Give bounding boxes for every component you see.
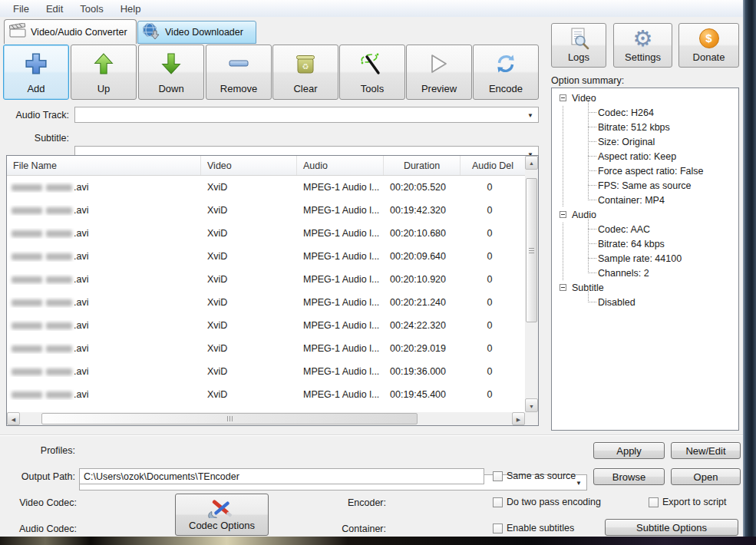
column-header-file-name[interactable]: File Name bbox=[7, 156, 201, 175]
tree-node-subtitle[interactable]: Subtitle bbox=[552, 280, 738, 295]
refresh-arrows-icon bbox=[474, 51, 538, 77]
donate-button[interactable]: $ Donate bbox=[678, 23, 739, 68]
vertical-scrollbar[interactable]: ▲ ▼ bbox=[525, 156, 538, 412]
tree-leaf[interactable]: Sample rate: 44100 bbox=[552, 251, 738, 266]
tree-collapse-icon[interactable] bbox=[560, 284, 566, 291]
cell-audio-codec: MPEG-1 Audio l... bbox=[297, 182, 384, 193]
horizontal-scroll-thumb[interactable] bbox=[41, 413, 418, 424]
menu-edit[interactable]: Edit bbox=[38, 2, 71, 16]
table-row[interactable]: .aviXviDMPEG-1 Audio l...00:20:05.5200 bbox=[7, 176, 525, 199]
audio-track-combobox[interactable]: ▼ bbox=[74, 107, 539, 123]
column-header-duration[interactable]: Duration bbox=[384, 156, 461, 175]
cell-audio-delay: 0 bbox=[461, 297, 519, 308]
tree-leaf[interactable]: Bitrate: 64 kbps bbox=[552, 236, 738, 251]
codec-options-button[interactable]: Codec Options bbox=[175, 494, 269, 536]
tree-leaf[interactable]: FPS: Same as source bbox=[552, 178, 738, 193]
column-header-video[interactable]: Video bbox=[201, 156, 297, 175]
tree-leaf[interactable]: Container: MP4 bbox=[552, 193, 738, 207]
table-row[interactable]: .aviXviDMPEG-1 Audio l...00:20:10.6800 bbox=[7, 222, 525, 245]
window-border-bottom bbox=[0, 537, 756, 545]
table-row[interactable]: .aviXviDMPEG-1 Audio l...00:20:29.0190 bbox=[7, 337, 525, 360]
output-path-input[interactable] bbox=[79, 468, 484, 484]
column-header-audio-del[interactable]: Audio Del bbox=[461, 156, 525, 175]
tree-collapse-icon[interactable] bbox=[560, 211, 566, 218]
tree-leaf[interactable]: Aspect ratio: Keep bbox=[552, 149, 738, 164]
tree-leaf[interactable]: Codec: AAC bbox=[552, 222, 738, 236]
subtitle-options-button[interactable]: Subtitle Options bbox=[605, 519, 738, 536]
tree-leaf[interactable]: Force aspect ratio: False bbox=[552, 164, 738, 178]
column-header-audio[interactable]: Audio bbox=[297, 156, 384, 175]
tree-leaf[interactable]: Channels: 2 bbox=[552, 266, 738, 280]
table-row[interactable]: .aviXviDMPEG-1 Audio l...00:20:15.0800 bbox=[7, 406, 525, 412]
checkbox-icon[interactable] bbox=[493, 497, 503, 507]
checkbox-icon[interactable] bbox=[649, 497, 659, 507]
table-row[interactable]: .aviXviDMPEG-1 Audio l...00:20:10.9200 bbox=[7, 268, 525, 291]
preview-button[interactable]: Preview bbox=[406, 45, 472, 100]
chevron-down-icon: ▼ bbox=[527, 112, 533, 119]
remove-button[interactable]: Remove bbox=[206, 45, 272, 100]
magic-wand-icon bbox=[340, 51, 404, 77]
log-search-icon bbox=[552, 26, 606, 51]
option-summary-tree[interactable]: VideoCodec: H264Bitrate: 512 kbpsSize: O… bbox=[551, 88, 739, 431]
clear-button[interactable]: ♻ Clear bbox=[272, 45, 338, 100]
plus-icon bbox=[4, 51, 68, 77]
export-to-script-checkbox[interactable]: Export to script bbox=[649, 497, 726, 507]
cell-video-codec: XviD bbox=[201, 251, 297, 262]
table-row[interactable]: .aviXviDMPEG-1 Audio l...00:19:36.0000 bbox=[7, 360, 525, 383]
settings-button[interactable]: ⚙ Settings bbox=[613, 23, 672, 68]
apply-button[interactable]: Apply bbox=[593, 442, 665, 459]
table-row[interactable]: .aviXviDMPEG-1 Audio l...00:20:21.2400 bbox=[7, 291, 525, 314]
cell-duration: 00:20:05.520 bbox=[384, 182, 461, 193]
cell-duration: 00:20:21.240 bbox=[384, 297, 461, 308]
tree-leaf[interactable]: Size: Original bbox=[552, 134, 738, 149]
tools-button[interactable]: Tools bbox=[339, 45, 405, 100]
cell-file-name: .avi bbox=[7, 228, 201, 239]
two-pass-checkbox[interactable]: Do two pass encoding bbox=[493, 497, 601, 507]
checkbox-icon[interactable] bbox=[493, 524, 503, 533]
menu-file[interactable]: File bbox=[5, 2, 38, 16]
tree-leaf[interactable]: Disabled bbox=[552, 295, 738, 309]
scroll-left-arrow[interactable]: ◀ bbox=[7, 412, 20, 425]
cell-file-name: .avi bbox=[7, 389, 201, 400]
scroll-up-arrow[interactable]: ▲ bbox=[525, 156, 538, 170]
menu-tools[interactable]: Tools bbox=[71, 2, 111, 16]
tree-node-audio[interactable]: Audio bbox=[552, 207, 738, 222]
scroll-right-arrow[interactable]: ▶ bbox=[512, 412, 525, 425]
play-icon bbox=[407, 51, 471, 77]
cell-audio-delay: 0 bbox=[461, 320, 519, 331]
enable-subtitles-checkbox[interactable]: Enable subtitles bbox=[493, 523, 574, 533]
menu-help[interactable]: Help bbox=[112, 2, 150, 16]
table-row[interactable]: .aviXviDMPEG-1 Audio l...00:24:22.3200 bbox=[7, 314, 525, 337]
logs-button[interactable]: Logs bbox=[551, 23, 606, 68]
window-border-right bbox=[743, 0, 756, 545]
add-button[interactable]: Add bbox=[3, 45, 69, 100]
down-button[interactable]: Down bbox=[138, 45, 204, 100]
cell-audio-codec: MPEG-1 Audio l... bbox=[297, 297, 384, 308]
vertical-scroll-thumb[interactable] bbox=[526, 178, 537, 322]
checkbox-icon[interactable] bbox=[493, 471, 503, 481]
tab-video-downloader[interactable]: Video Downloader bbox=[137, 21, 256, 44]
new-edit-button[interactable]: New/Edit bbox=[671, 442, 741, 459]
table-row[interactable]: .aviXviDMPEG-1 Audio l...00:19:42.3200 bbox=[7, 199, 525, 222]
tree-node-video[interactable]: Video bbox=[552, 91, 738, 105]
tab-label: Video/Audio Converter bbox=[31, 27, 127, 38]
encode-button[interactable]: Encode bbox=[473, 45, 539, 100]
browse-button[interactable]: Browse bbox=[593, 468, 665, 485]
table-row[interactable]: .aviXviDMPEG-1 Audio l...00:20:09.6400 bbox=[7, 245, 525, 268]
tree-leaf[interactable]: Codec: H264 bbox=[552, 105, 738, 120]
cell-duration: 00:20:09.640 bbox=[384, 251, 461, 262]
redacted-filename-blur bbox=[46, 322, 72, 329]
cell-duration: 00:19:42.320 bbox=[384, 205, 461, 216]
same-as-source-checkbox[interactable]: Same as source bbox=[493, 471, 576, 481]
dollar-coin-icon: $ bbox=[679, 26, 738, 51]
up-button[interactable]: Up bbox=[71, 45, 137, 100]
tree-collapse-icon[interactable] bbox=[560, 94, 566, 101]
open-button[interactable]: Open bbox=[671, 468, 741, 485]
redacted-filename-blur bbox=[12, 207, 42, 214]
table-row[interactable]: .aviXviDMPEG-1 Audio l...00:19:45.4000 bbox=[7, 383, 525, 406]
tab-video-audio-converter[interactable]: Video/Audio Converter bbox=[4, 19, 137, 44]
tree-leaf[interactable]: Bitrate: 512 kbps bbox=[552, 120, 738, 134]
scroll-down-arrow[interactable]: ▼ bbox=[525, 398, 538, 412]
horizontal-scrollbar[interactable]: ◀ ▶ bbox=[7, 412, 525, 425]
clapperboard-icon bbox=[9, 23, 26, 41]
